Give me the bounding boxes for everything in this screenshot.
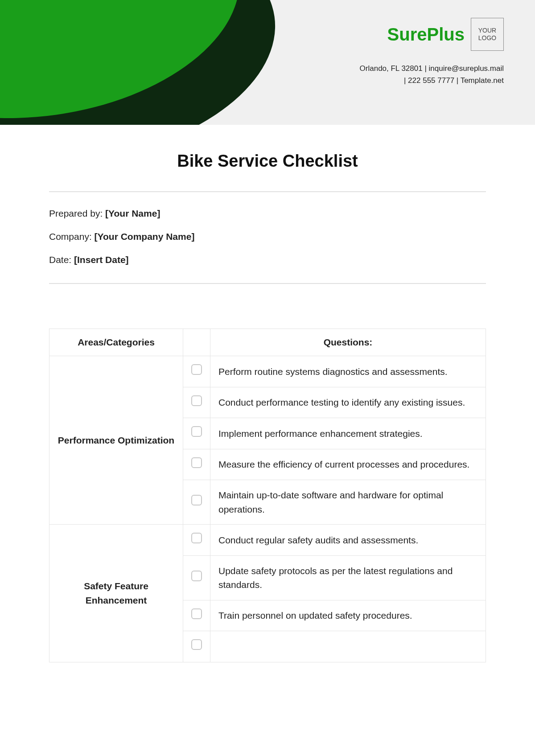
col-header-areas: Areas/Categories	[49, 329, 183, 356]
meta-date-label: Date:	[49, 255, 71, 265]
table-row: Safety Feature EnhancementConduct regula…	[49, 525, 486, 556]
meta-date: Date: [Insert Date]	[49, 255, 486, 265]
question-cell: Perform routine systems diagnostics and …	[210, 356, 486, 387]
checkbox[interactable]	[191, 395, 202, 406]
checklist-table-wrap: Areas/Categories Questions: Performance …	[49, 329, 486, 662]
contact-line-1: Orlando, FL 32801 | inquire@sureplus.mai…	[360, 62, 504, 74]
checkbox[interactable]	[191, 495, 202, 505]
question-cell: Implement performance enhancement strate…	[210, 418, 486, 449]
checkbox[interactable]	[191, 533, 202, 543]
question-cell: Maintain up-to-date software and hardwar…	[210, 480, 486, 525]
checklist-table: Areas/Categories Questions: Performance …	[49, 329, 486, 662]
col-header-check	[183, 329, 210, 356]
checkbox[interactable]	[191, 364, 202, 375]
header-band: SurePlus YOUR LOGO Orlando, FL 32801 | i…	[0, 0, 535, 125]
table-row: Performance OptimizationPerform routine …	[49, 356, 486, 387]
question-cell	[210, 631, 486, 662]
table-header-row: Areas/Categories Questions:	[49, 329, 486, 356]
category-cell: Performance Optimization	[49, 356, 183, 525]
meta-company-label: Company:	[49, 231, 92, 242]
question-cell: Conduct regular safety audits and assess…	[210, 525, 486, 556]
meta-block: Prepared by: [Your Name] Company: [Your …	[49, 192, 486, 283]
checkbox-cell	[183, 631, 210, 662]
checkbox-cell	[183, 449, 210, 480]
checkbox-cell	[183, 555, 210, 600]
contact-line-2: | 222 555 7777 | Template.net	[360, 74, 504, 86]
brand-name: SurePlus	[387, 25, 465, 45]
col-header-questions: Questions:	[210, 329, 486, 356]
checkbox[interactable]	[191, 571, 202, 581]
meta-date-value[interactable]: [Insert Date]	[74, 255, 129, 265]
page-title: Bike Service Checklist	[49, 152, 486, 171]
checkbox-cell	[183, 418, 210, 449]
brand-row: SurePlus YOUR LOGO	[360, 18, 504, 51]
question-cell: Update safety protocols as per the lates…	[210, 555, 486, 600]
logo-placeholder: YOUR LOGO	[471, 18, 504, 51]
meta-prepared-label: Prepared by:	[49, 208, 103, 218]
question-cell: Conduct performance testing to identify …	[210, 387, 486, 418]
header-right: SurePlus YOUR LOGO Orlando, FL 32801 | i…	[360, 18, 504, 86]
checkbox-cell	[183, 600, 210, 631]
meta-company: Company: [Your Company Name]	[49, 231, 486, 242]
checkbox[interactable]	[191, 457, 202, 468]
checkbox[interactable]	[191, 639, 202, 650]
question-cell: Train personnel on updated safety proced…	[210, 600, 486, 631]
meta-prepared-value[interactable]: [Your Name]	[105, 208, 160, 218]
checkbox-cell	[183, 480, 210, 525]
checkbox[interactable]	[191, 426, 202, 437]
divider-bottom	[49, 283, 486, 284]
meta-prepared: Prepared by: [Your Name]	[49, 208, 486, 219]
meta-company-value[interactable]: [Your Company Name]	[95, 231, 195, 242]
checkbox-cell	[183, 356, 210, 387]
content-area: Bike Service Checklist Prepared by: [You…	[0, 125, 535, 662]
category-cell: Safety Feature Enhancement	[49, 525, 183, 662]
checkbox-cell	[183, 525, 210, 556]
checkbox-cell	[183, 387, 210, 418]
question-cell: Measure the efficiency of current proces…	[210, 449, 486, 480]
checkbox[interactable]	[191, 608, 202, 619]
